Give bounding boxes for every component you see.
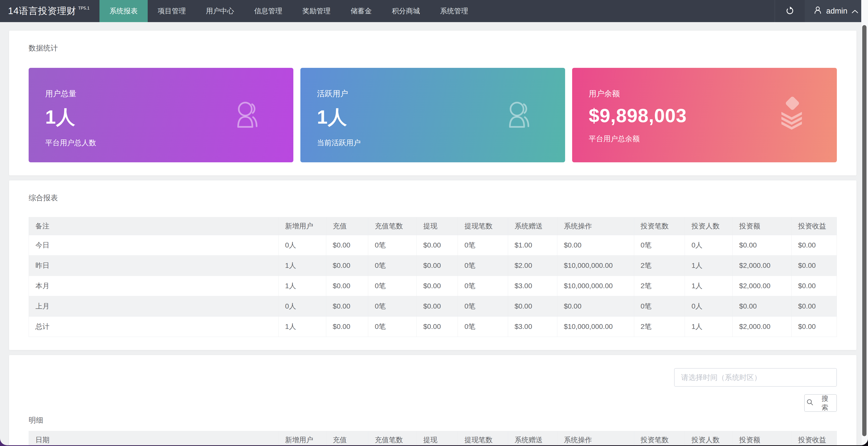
refresh-button[interactable] xyxy=(775,0,805,22)
refresh-icon xyxy=(785,6,795,16)
table-cell: 1人 xyxy=(685,317,733,337)
stats-panel: 数据统计 用户总量 1人 平台用户总人数 xyxy=(9,31,857,175)
nav-tab-system-reports[interactable]: 系统报表 xyxy=(99,0,148,22)
table-cell: $0.00 xyxy=(326,276,368,296)
report-panel: 综合报表 备注新增用户充值充值笔数提现提现笔数系统赠送系统操作投资笔数投资人数投… xyxy=(9,180,857,350)
column-header: 投资收益 xyxy=(792,217,837,235)
table-header-row: 日期新增用户充值充值笔数提现提现笔数系统赠送系统操作投资笔数投资人数投资额投资收… xyxy=(29,431,837,446)
column-header: 充值笔数 xyxy=(368,431,417,446)
table-cell: 今日 xyxy=(29,235,279,256)
table-cell: $2,000.00 xyxy=(733,256,792,276)
stat-card-subtitle: 平台用户总人数 xyxy=(45,138,293,148)
column-header: 投资人数 xyxy=(685,431,733,446)
table-cell: $3.00 xyxy=(508,317,557,337)
nav-tab-points-mall[interactable]: 积分商城 xyxy=(382,0,430,22)
nav-tab-user-center[interactable]: 用户中心 xyxy=(196,0,244,22)
table-cell: $0.00 xyxy=(417,317,458,337)
browser-viewport: 14语言投资理财 TP5.1 系统报表 项目管理 用户中心 信息管理 奖励管理 … xyxy=(0,0,868,445)
table-cell: 2笔 xyxy=(634,256,685,276)
table-cell: $0.00 xyxy=(792,276,837,296)
app-version: TP5.1 xyxy=(78,6,89,11)
user-icon xyxy=(813,5,822,17)
column-header: 充值 xyxy=(326,431,368,446)
column-header: 系统操作 xyxy=(557,431,634,446)
table-cell: 0笔 xyxy=(458,276,508,296)
table-cell: 0人 xyxy=(685,235,733,256)
vertical-scrollbar[interactable] xyxy=(861,0,868,445)
table-cell: $0.00 xyxy=(417,235,458,256)
table-cell: 0笔 xyxy=(368,235,417,256)
table-cell: 0人 xyxy=(279,235,326,256)
stat-card-user-balance: 用户余额 $9,898,003 平台用户总余额 xyxy=(572,68,837,162)
column-header: 系统赠送 xyxy=(508,431,557,446)
scrollbar-thumb[interactable] xyxy=(862,25,867,436)
column-header: 提现 xyxy=(417,431,458,446)
table-cell: 1人 xyxy=(279,317,326,337)
table-cell: 上月 xyxy=(29,296,279,317)
stat-card-total-users: 用户总量 1人 平台用户总人数 xyxy=(29,68,293,162)
table-row: 今日0人$0.000笔$0.000笔$1.00$0.000笔0人$0.00$0.… xyxy=(29,235,837,256)
report-section-title: 综合报表 xyxy=(29,194,837,202)
column-header: 日期 xyxy=(29,431,279,446)
table-cell: 0笔 xyxy=(368,256,417,276)
search-icon xyxy=(806,398,814,408)
search-button-row: 搜 索 xyxy=(29,394,837,412)
stat-card-active-users: 活跃用户 1人 当前活跃用户 xyxy=(300,68,565,162)
table-cell: 1人 xyxy=(279,276,326,296)
table-cell: 0人 xyxy=(685,296,733,317)
column-header: 投资笔数 xyxy=(634,217,685,235)
page-content: 数据统计 用户总量 1人 平台用户总人数 xyxy=(0,22,868,445)
summary-table: 备注新增用户充值充值笔数提现提现笔数系统赠送系统操作投资笔数投资人数投资额投资收… xyxy=(29,217,837,337)
table-row: 昨日1人$0.000笔$0.000笔$2.00$10,000,000.002笔1… xyxy=(29,256,837,276)
nav-tab-system-management[interactable]: 系统管理 xyxy=(430,0,478,22)
column-header: 备注 xyxy=(29,217,279,235)
search-button-label: 搜 索 xyxy=(816,394,835,412)
table-cell: 0笔 xyxy=(458,317,508,337)
time-picker-input[interactable] xyxy=(674,368,837,387)
column-header: 提现笔数 xyxy=(458,431,508,446)
time-filter-row xyxy=(29,368,837,387)
table-cell: $2.00 xyxy=(508,256,557,276)
table-cell: $0.00 xyxy=(326,296,368,317)
table-row: 本月1人$0.000笔$0.000笔$3.00$10,000,000.002笔1… xyxy=(29,276,837,296)
detail-section-title: 明细 xyxy=(29,416,837,424)
column-header: 投资额 xyxy=(733,431,792,446)
table-cell: $0.00 xyxy=(792,317,837,337)
users-icon xyxy=(230,99,263,131)
table-cell: $0.00 xyxy=(733,235,792,256)
stat-card-subtitle: 平台用户总余额 xyxy=(589,134,837,144)
detail-panel: 搜 索 明细 日期新增用户充值充值笔数提现提现笔数系统赠送系统操作投资笔数投资人… xyxy=(9,355,857,445)
column-header: 新增用户 xyxy=(279,431,326,446)
app-title: 14语言投资理财 xyxy=(8,5,76,17)
table-cell: 1人 xyxy=(685,256,733,276)
table-cell: 0笔 xyxy=(368,296,417,317)
table-cell: 0笔 xyxy=(368,317,417,337)
nav-tab-reward-management[interactable]: 奖励管理 xyxy=(292,0,341,22)
nav-tab-project-management[interactable]: 项目管理 xyxy=(148,0,196,22)
search-button[interactable]: 搜 索 xyxy=(804,394,837,412)
nav-tab-savings[interactable]: 储蓄金 xyxy=(341,0,382,22)
table-cell: 2笔 xyxy=(634,317,685,337)
table-cell: 0笔 xyxy=(458,235,508,256)
table-cell: $3.00 xyxy=(508,276,557,296)
table-cell: 0笔 xyxy=(458,296,508,317)
table-cell: 0笔 xyxy=(368,276,417,296)
table-cell: $0.00 xyxy=(326,317,368,337)
table-cell: $10,000,000.00 xyxy=(557,317,634,337)
column-header: 提现笔数 xyxy=(458,217,508,235)
column-header: 系统操作 xyxy=(557,217,634,235)
nav-tab-info-management[interactable]: 信息管理 xyxy=(244,0,292,22)
column-header: 充值 xyxy=(326,217,368,235)
users-icon xyxy=(502,99,535,131)
table-cell: $0.00 xyxy=(557,296,634,317)
table-header-row: 备注新增用户充值充值笔数提现提现笔数系统赠送系统操作投资笔数投资人数投资额投资收… xyxy=(29,217,837,235)
column-header: 新增用户 xyxy=(279,217,326,235)
top-navbar: 14语言投资理财 TP5.1 系统报表 项目管理 用户中心 信息管理 奖励管理 … xyxy=(0,0,868,22)
table-cell: $0.00 xyxy=(417,276,458,296)
detail-table: 日期新增用户充值充值笔数提现提现笔数系统赠送系统操作投资笔数投资人数投资额投资收… xyxy=(29,431,837,445)
table-cell: $0.00 xyxy=(792,235,837,256)
user-menu[interactable]: admin xyxy=(805,0,868,22)
table-cell: $2,000.00 xyxy=(733,276,792,296)
table-cell: 2笔 xyxy=(634,276,685,296)
table-cell: $0.00 xyxy=(557,235,634,256)
